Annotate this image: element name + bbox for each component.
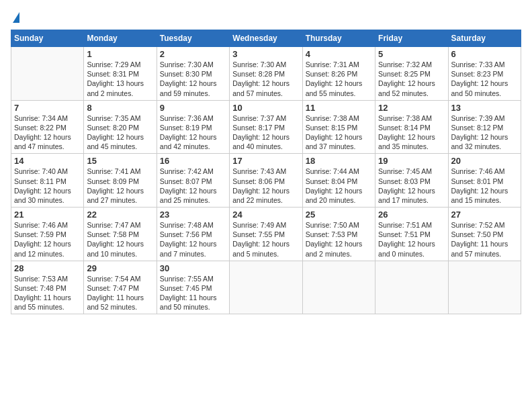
day-number: 5	[378, 49, 445, 59]
sunrise-text: Sunrise: 7:49 AM	[232, 221, 286, 229]
day-number: 30	[160, 263, 226, 273]
calendar-cell: 14Sunrise: 7:40 AMSunset: 8:11 PMDayligh…	[11, 154, 84, 208]
calendar-cell: 9Sunrise: 7:36 AMSunset: 8:19 PMDaylight…	[157, 100, 229, 154]
sunset-text: Sunset: 7:45 PM	[160, 284, 212, 292]
header-row: SundayMondayTuesdayWednesdayThursdayFrid…	[11, 30, 521, 47]
main-container: SundayMondayTuesdayWednesdayThursdayFrid…	[0, 0, 532, 320]
day-number: 28	[14, 263, 81, 273]
sunrise-text: Sunrise: 7:33 AM	[451, 60, 505, 68]
day-number: 12	[378, 103, 445, 113]
calendar-cell: 2Sunrise: 7:30 AMSunset: 8:30 PMDaylight…	[157, 47, 229, 101]
day-detail: Sunrise: 7:55 AMSunset: 7:45 PMDaylight:…	[160, 274, 226, 312]
calendar-cell: 3Sunrise: 7:30 AMSunset: 8:28 PMDaylight…	[230, 47, 302, 101]
sunrise-text: Sunrise: 7:39 AM	[451, 114, 505, 122]
day-detail: Sunrise: 7:54 AMSunset: 7:47 PMDaylight:…	[87, 274, 153, 312]
daylight-text: Daylight: 12 hours and 12 minutes.	[14, 240, 71, 257]
daylight-text: Daylight: 12 hours and 2 minutes.	[306, 240, 363, 257]
sunset-text: Sunset: 8:06 PM	[232, 177, 285, 185]
daylight-text: Daylight: 12 hours and 20 minutes.	[306, 187, 363, 204]
daylight-text: Daylight: 12 hours and 5 minutes.	[232, 240, 290, 257]
calendar-header: SundayMondayTuesdayWednesdayThursdayFrid…	[11, 30, 521, 47]
calendar-cell: 19Sunrise: 7:45 AMSunset: 8:03 PMDayligh…	[375, 154, 448, 208]
daylight-text: Daylight: 12 hours and 27 minutes.	[87, 187, 144, 204]
calendar-cell: 26Sunrise: 7:51 AMSunset: 7:51 PMDayligh…	[375, 208, 448, 261]
day-detail: Sunrise: 7:50 AMSunset: 7:53 PMDaylight:…	[306, 220, 372, 259]
daylight-text: Daylight: 12 hours and 10 minutes.	[87, 240, 144, 257]
sunrise-text: Sunrise: 7:42 AM	[160, 167, 214, 175]
calendar-cell: 12Sunrise: 7:38 AMSunset: 8:14 PMDayligh…	[375, 100, 448, 154]
sunrise-text: Sunrise: 7:52 AM	[451, 221, 505, 229]
sunset-text: Sunset: 8:31 PM	[87, 70, 139, 78]
header	[11, 11, 521, 23]
day-number: 25	[306, 210, 372, 220]
day-detail: Sunrise: 7:52 AMSunset: 7:50 PMDaylight:…	[451, 220, 518, 259]
day-detail: Sunrise: 7:38 AMSunset: 8:15 PMDaylight:…	[306, 113, 372, 152]
calendar-cell: 6Sunrise: 7:33 AMSunset: 8:23 PMDaylight…	[448, 47, 521, 101]
sunrise-text: Sunrise: 7:30 AM	[232, 60, 286, 68]
day-detail: Sunrise: 7:46 AMSunset: 8:01 PMDaylight:…	[451, 167, 518, 205]
calendar-cell	[11, 47, 84, 101]
day-number: 27	[451, 210, 518, 220]
daylight-text: Daylight: 12 hours and 40 minutes.	[232, 133, 290, 150]
day-detail: Sunrise: 7:49 AMSunset: 7:55 PMDaylight:…	[232, 220, 299, 259]
sunrise-text: Sunrise: 7:32 AM	[378, 60, 432, 68]
daylight-text: Daylight: 12 hours and 52 minutes.	[378, 79, 435, 97]
sunset-text: Sunset: 8:01 PM	[451, 177, 504, 185]
header-day-wednesday: Wednesday	[230, 30, 302, 47]
sunrise-text: Sunrise: 7:41 AM	[87, 167, 140, 175]
sunset-text: Sunset: 7:50 PM	[451, 230, 504, 238]
sunset-text: Sunset: 8:15 PM	[306, 124, 358, 132]
sunrise-text: Sunrise: 7:45 AM	[378, 167, 432, 175]
calendar-cell: 8Sunrise: 7:35 AMSunset: 8:20 PMDaylight…	[84, 100, 157, 154]
day-detail: Sunrise: 7:32 AMSunset: 8:25 PMDaylight:…	[378, 60, 445, 98]
daylight-text: Daylight: 11 hours and 55 minutes.	[14, 293, 71, 311]
day-number: 3	[232, 49, 299, 59]
sunset-text: Sunset: 7:48 PM	[14, 284, 66, 292]
header-day-sunday: Sunday	[11, 30, 84, 47]
sunset-text: Sunset: 8:28 PM	[232, 70, 285, 78]
daylight-text: Daylight: 12 hours and 30 minutes.	[14, 187, 71, 204]
sunset-text: Sunset: 7:47 PM	[87, 284, 139, 292]
day-detail: Sunrise: 7:30 AMSunset: 8:28 PMDaylight:…	[232, 60, 299, 98]
daylight-text: Daylight: 12 hours and 22 minutes.	[232, 187, 290, 204]
day-detail: Sunrise: 7:44 AMSunset: 8:04 PMDaylight:…	[306, 167, 372, 205]
day-detail: Sunrise: 7:42 AMSunset: 8:07 PMDaylight:…	[160, 167, 226, 205]
calendar-cell: 11Sunrise: 7:38 AMSunset: 8:15 PMDayligh…	[302, 100, 375, 154]
day-number: 21	[14, 210, 81, 220]
day-detail: Sunrise: 7:31 AMSunset: 8:26 PMDaylight:…	[306, 60, 372, 98]
week-row-0: 1Sunrise: 7:29 AMSunset: 8:31 PMDaylight…	[11, 47, 521, 101]
day-number: 29	[87, 263, 153, 273]
daylight-text: Daylight: 12 hours and 47 minutes.	[14, 133, 71, 150]
calendar-cell: 7Sunrise: 7:34 AMSunset: 8:22 PMDaylight…	[11, 100, 84, 154]
sunset-text: Sunset: 8:09 PM	[87, 177, 139, 185]
sunrise-text: Sunrise: 7:53 AM	[14, 275, 68, 283]
day-number: 11	[306, 103, 372, 113]
sunrise-text: Sunrise: 7:37 AM	[232, 114, 286, 122]
sunset-text: Sunset: 8:17 PM	[232, 124, 285, 132]
sunrise-text: Sunrise: 7:34 AM	[14, 114, 68, 122]
sunrise-text: Sunrise: 7:44 AM	[306, 167, 359, 175]
sunrise-text: Sunrise: 7:46 AM	[14, 221, 68, 229]
sunrise-text: Sunrise: 7:31 AM	[306, 60, 359, 68]
daylight-text: Daylight: 12 hours and 59 minutes.	[160, 79, 217, 97]
sunset-text: Sunset: 8:22 PM	[14, 124, 66, 132]
day-number: 18	[306, 156, 372, 166]
calendar-body: 1Sunrise: 7:29 AMSunset: 8:31 PMDaylight…	[11, 47, 521, 314]
sunset-text: Sunset: 8:26 PM	[306, 70, 358, 78]
sunrise-text: Sunrise: 7:29 AM	[87, 60, 140, 68]
daylight-text: Daylight: 12 hours and 15 minutes.	[451, 187, 508, 204]
sunset-text: Sunset: 7:55 PM	[232, 230, 285, 238]
sunset-text: Sunset: 8:20 PM	[87, 124, 139, 132]
sunset-text: Sunset: 8:04 PM	[306, 177, 358, 185]
logo-top	[11, 11, 19, 23]
daylight-text: Daylight: 12 hours and 0 minutes.	[378, 240, 435, 257]
calendar-cell: 15Sunrise: 7:41 AMSunset: 8:09 PMDayligh…	[84, 154, 157, 208]
calendar-cell: 18Sunrise: 7:44 AMSunset: 8:04 PMDayligh…	[302, 154, 375, 208]
sunrise-text: Sunrise: 7:35 AM	[87, 114, 140, 122]
calendar-cell: 16Sunrise: 7:42 AMSunset: 8:07 PMDayligh…	[157, 154, 229, 208]
daylight-text: Daylight: 11 hours and 57 minutes.	[451, 240, 508, 257]
daylight-text: Daylight: 12 hours and 55 minutes.	[306, 79, 363, 97]
day-number: 4	[306, 49, 372, 59]
week-row-1: 7Sunrise: 7:34 AMSunset: 8:22 PMDaylight…	[11, 100, 521, 154]
calendar-cell	[448, 261, 521, 314]
